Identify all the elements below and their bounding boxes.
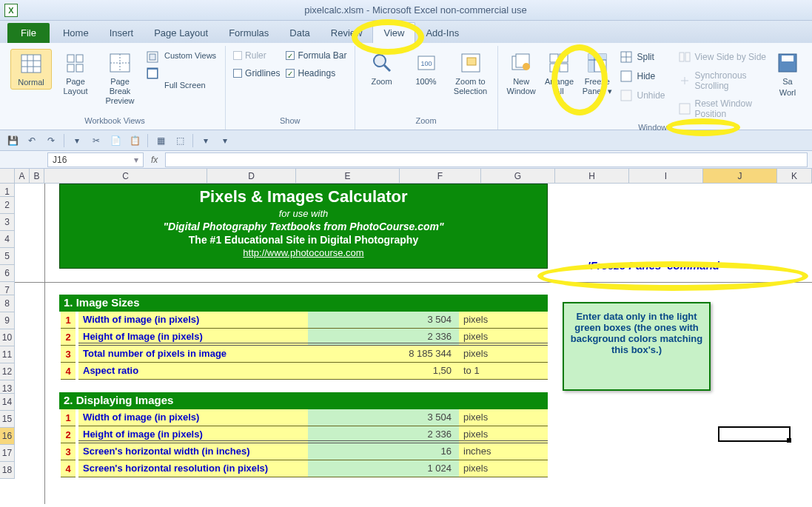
row-11[interactable]: 11	[0, 346, 15, 363]
row-2[interactable]: 2	[0, 197, 15, 214]
svg-rect-39	[680, 53, 684, 61]
s1r1-v[interactable]: 3 504	[308, 312, 459, 329]
qat-undo-icon[interactable]: ↶	[25, 134, 38, 147]
normal-button[interactable]: Normal	[10, 49, 52, 90]
s2r2-v[interactable]: 2 336	[308, 426, 459, 443]
view-side-by-side-button[interactable]: View Side by Side	[677, 50, 768, 64]
col-G[interactable]: G	[481, 169, 555, 183]
row-7[interactable]: 7	[0, 282, 15, 295]
tab-data[interactable]: Data	[279, 23, 320, 43]
s1r3-d: Total number of pixels in image	[78, 346, 308, 363]
save-workspace-button[interactable]: Sa Worl	[774, 49, 802, 99]
row-8[interactable]: 8	[0, 295, 15, 312]
sync-scrolling-button[interactable]: Synchronous Scrolling	[677, 70, 769, 92]
row-17[interactable]: 17	[0, 445, 15, 462]
banner-sub2: "Digital Photography Textbooks from Phot…	[60, 221, 547, 232]
s2r4-n: 4	[61, 460, 76, 477]
custom-views-button[interactable]	[145, 50, 160, 64]
row-9[interactable]: 9	[0, 312, 15, 329]
s1r3-n: 3	[61, 346, 76, 363]
row-15[interactable]: 15	[0, 411, 15, 428]
worksheet[interactable]: A B C D E F G H I J K 1 2 3 4 5 6 7 8 9 …	[0, 169, 812, 507]
qat-x-icon[interactable]: ▾	[199, 134, 212, 147]
row-6[interactable]: 6	[0, 265, 15, 282]
col-B[interactable]: B	[30, 169, 44, 183]
s2r1-n: 1	[61, 409, 76, 426]
split-button[interactable]: Split	[619, 50, 655, 64]
col-J[interactable]: J	[703, 169, 777, 183]
freeze-horizontal-line	[15, 282, 812, 283]
formula-input[interactable]	[165, 152, 808, 167]
s1r2-v[interactable]: 2 336	[308, 329, 459, 346]
page-break-label: Page Break Preview	[101, 77, 139, 107]
qat-paste-icon[interactable]: 📋	[128, 134, 141, 147]
col-C[interactable]: C	[44, 169, 207, 183]
custom-views-label: Custom Views	[164, 51, 216, 60]
s2r3-v[interactable]: 16	[308, 443, 459, 460]
full-screen-button[interactable]	[145, 67, 160, 80]
col-E[interactable]: E	[296, 169, 400, 183]
tab-view[interactable]: View	[372, 22, 415, 43]
tab-file[interactable]: File	[7, 23, 50, 43]
zoom-to-selection-button[interactable]: Zoom to Selection	[450, 49, 491, 98]
arrange-all-button[interactable]: Arrange All	[542, 49, 577, 98]
row-14[interactable]: 14	[0, 394, 15, 411]
col-A[interactable]: A	[15, 169, 30, 183]
row-3[interactable]: 3	[0, 214, 15, 231]
qat-btn1-icon[interactable]: ▾	[70, 134, 84, 147]
zoom-button[interactable]: Zoom	[361, 49, 403, 88]
svg-rect-25	[550, 54, 558, 62]
qat-copy-icon[interactable]: 📄	[109, 134, 122, 147]
col-F[interactable]: F	[400, 169, 481, 183]
ruler-checkbox[interactable]: Ruler	[233, 50, 266, 61]
tab-insert[interactable]: Insert	[99, 23, 144, 43]
fx-icon[interactable]: fx	[151, 155, 158, 165]
col-K[interactable]: K	[777, 169, 812, 183]
col-H[interactable]: H	[555, 169, 629, 183]
svg-rect-40	[685, 53, 690, 61]
page-break-button[interactable]: Page Break Preview	[99, 49, 141, 108]
tab-formulas[interactable]: Formulas	[218, 23, 279, 43]
reset-window-position-button[interactable]: Reset Window Position	[677, 98, 769, 120]
tab-home[interactable]: Home	[53, 23, 99, 43]
formula-bar-checkbox[interactable]: ✓Formula Bar	[286, 50, 346, 61]
row-18[interactable]: 18	[0, 462, 15, 479]
s1r4-n: 4	[61, 363, 76, 380]
qat-border-icon[interactable]: ▦	[154, 134, 167, 147]
freeze-panes-button[interactable]: Freeze Panes ▾	[580, 49, 614, 98]
row-5[interactable]: 5	[0, 248, 15, 265]
zoom-100-button[interactable]: 100 100%	[406, 49, 447, 88]
row-4[interactable]: 4	[0, 231, 15, 248]
gridlines-checkbox[interactable]: Gridlines	[233, 68, 280, 78]
tab-addins[interactable]: Add-Ins	[415, 23, 469, 43]
reset-window-icon	[679, 103, 691, 115]
headings-checkbox[interactable]: ✓Headings	[286, 68, 335, 78]
row-13[interactable]: 13	[0, 380, 15, 394]
hide-button[interactable]: Hide	[619, 70, 657, 83]
s2r1-v[interactable]: 3 504	[308, 409, 459, 426]
col-D[interactable]: D	[207, 169, 296, 183]
qat-merge-icon[interactable]: ⬚	[173, 134, 187, 147]
col-I[interactable]: I	[629, 169, 703, 183]
qat-redo-icon[interactable]: ↷	[44, 134, 58, 147]
info-box: Enter data only in the light green boxes…	[563, 302, 711, 391]
s2r4-v[interactable]: 1 024	[308, 460, 459, 477]
banner-link[interactable]: http://www.photocourse.com	[60, 247, 547, 258]
new-window-button[interactable]: New Window	[504, 49, 539, 98]
tab-review[interactable]: Review	[321, 23, 373, 43]
group-workbook-views: Normal Page Layout Page Break Preview	[4, 46, 226, 130]
name-box[interactable]: J16▾	[47, 152, 144, 167]
sec1-header: 1. Image Sizes	[59, 295, 548, 312]
row-16[interactable]: 16	[0, 428, 15, 445]
row-12[interactable]: 12	[0, 363, 15, 380]
row-10[interactable]: 10	[0, 329, 15, 346]
qat-cut-icon[interactable]: ✂	[90, 134, 103, 147]
svg-rect-38	[621, 90, 631, 101]
unhide-button[interactable]: Unhide	[619, 89, 666, 102]
qat-y-icon[interactable]: ▾	[218, 134, 232, 147]
tab-page-layout[interactable]: Page Layout	[144, 23, 218, 43]
row-1[interactable]: 1	[0, 184, 15, 197]
qat-save-icon[interactable]: 💾	[6, 134, 19, 147]
page-layout-button[interactable]: Page Layout	[55, 49, 96, 98]
cells-area[interactable]: Pixels & Images Calculator for use with …	[15, 184, 812, 502]
